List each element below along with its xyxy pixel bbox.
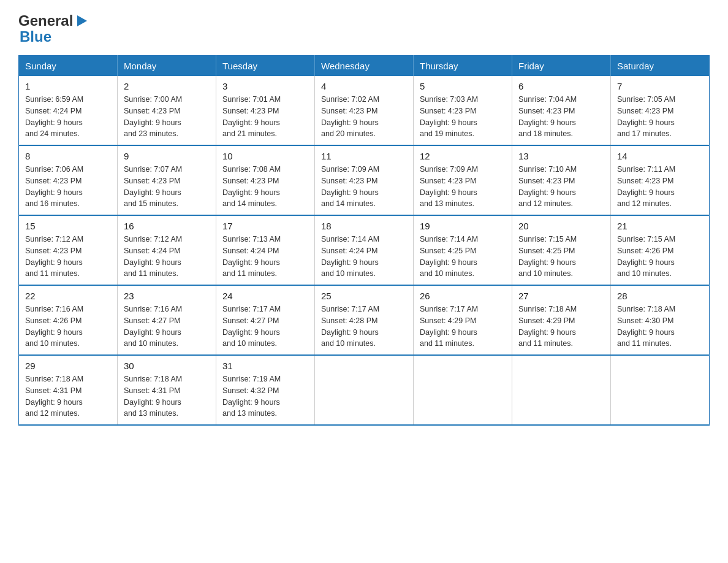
day-info: Sunrise: 7:10 AMSunset: 4:23 PMDaylight:… <box>518 164 604 210</box>
calendar-cell: 4 Sunrise: 7:02 AMSunset: 4:23 PMDayligh… <box>315 76 414 145</box>
day-info: Sunrise: 7:09 AMSunset: 4:23 PMDaylight:… <box>420 164 506 210</box>
calendar-body: 1 Sunrise: 6:59 AMSunset: 4:24 PMDayligh… <box>19 76 710 425</box>
calendar-cell: 27 Sunrise: 7:18 AMSunset: 4:29 PMDaylig… <box>512 285 611 355</box>
calendar-cell: 23 Sunrise: 7:16 AMSunset: 4:27 PMDaylig… <box>118 285 216 355</box>
day-info: Sunrise: 7:16 AMSunset: 4:27 PMDaylight:… <box>124 304 210 350</box>
day-number: 14 <box>617 151 703 161</box>
weekday-header-sunday: Sunday <box>19 56 118 77</box>
day-number: 15 <box>25 221 111 231</box>
calendar-cell: 24 Sunrise: 7:17 AMSunset: 4:27 PMDaylig… <box>216 285 315 355</box>
day-info: Sunrise: 7:19 AMSunset: 4:32 PMDaylight:… <box>222 373 308 419</box>
day-number: 13 <box>518 151 604 161</box>
day-number: 3 <box>222 81 308 91</box>
calendar-cell: 6 Sunrise: 7:04 AMSunset: 4:23 PMDayligh… <box>512 76 611 145</box>
day-info: Sunrise: 7:14 AMSunset: 4:24 PMDaylight:… <box>321 234 407 280</box>
calendar-cell: 18 Sunrise: 7:14 AMSunset: 4:24 PMDaylig… <box>315 215 414 285</box>
day-number: 5 <box>420 81 506 91</box>
day-info: Sunrise: 7:15 AMSunset: 4:25 PMDaylight:… <box>518 234 604 280</box>
day-info: Sunrise: 7:12 AMSunset: 4:24 PMDaylight:… <box>124 234 210 280</box>
day-info: Sunrise: 7:04 AMSunset: 4:23 PMDaylight:… <box>518 94 604 140</box>
day-number: 4 <box>321 81 407 91</box>
calendar-cell <box>611 355 710 425</box>
day-number: 22 <box>25 291 111 301</box>
day-number: 31 <box>222 361 308 371</box>
day-number: 27 <box>518 291 604 301</box>
day-info: Sunrise: 7:00 AMSunset: 4:23 PMDaylight:… <box>124 94 210 140</box>
calendar-cell: 1 Sunrise: 6:59 AMSunset: 4:24 PMDayligh… <box>19 76 118 145</box>
day-number: 20 <box>518 221 604 231</box>
day-info: Sunrise: 6:59 AMSunset: 4:24 PMDaylight:… <box>25 94 111 140</box>
logo: General Blue <box>18 12 89 45</box>
weekday-header-friday: Friday <box>512 56 611 77</box>
logo-blue-text: Blue <box>20 28 51 45</box>
svg-marker-0 <box>77 15 87 26</box>
day-info: Sunrise: 7:16 AMSunset: 4:26 PMDaylight:… <box>25 304 111 350</box>
day-number: 18 <box>321 221 407 231</box>
day-number: 6 <box>518 81 604 91</box>
day-info: Sunrise: 7:02 AMSunset: 4:23 PMDaylight:… <box>321 94 407 140</box>
calendar-week-row: 15 Sunrise: 7:12 AMSunset: 4:23 PMDaylig… <box>19 215 710 285</box>
calendar-cell: 7 Sunrise: 7:05 AMSunset: 4:23 PMDayligh… <box>611 76 710 145</box>
calendar-week-row: 8 Sunrise: 7:06 AMSunset: 4:23 PMDayligh… <box>19 145 710 215</box>
day-number: 8 <box>25 151 111 161</box>
logo-flag-icon <box>75 14 89 28</box>
day-info: Sunrise: 7:18 AMSunset: 4:30 PMDaylight:… <box>617 304 703 350</box>
day-number: 28 <box>617 291 703 301</box>
calendar-cell: 28 Sunrise: 7:18 AMSunset: 4:30 PMDaylig… <box>611 285 710 355</box>
calendar-cell: 3 Sunrise: 7:01 AMSunset: 4:23 PMDayligh… <box>216 76 315 145</box>
calendar-week-row: 22 Sunrise: 7:16 AMSunset: 4:26 PMDaylig… <box>19 285 710 355</box>
calendar-cell: 10 Sunrise: 7:08 AMSunset: 4:23 PMDaylig… <box>216 145 315 215</box>
day-number: 21 <box>617 221 703 231</box>
day-info: Sunrise: 7:17 AMSunset: 4:27 PMDaylight:… <box>222 304 308 350</box>
day-number: 1 <box>25 81 111 91</box>
calendar-cell: 19 Sunrise: 7:14 AMSunset: 4:25 PMDaylig… <box>414 215 512 285</box>
weekday-header-thursday: Thursday <box>414 56 512 77</box>
weekday-header-saturday: Saturday <box>611 56 710 77</box>
calendar-cell: 22 Sunrise: 7:16 AMSunset: 4:26 PMDaylig… <box>19 285 118 355</box>
calendar-cell: 15 Sunrise: 7:12 AMSunset: 4:23 PMDaylig… <box>19 215 118 285</box>
day-info: Sunrise: 7:09 AMSunset: 4:23 PMDaylight:… <box>321 164 407 210</box>
day-number: 9 <box>124 151 210 161</box>
calendar-cell: 16 Sunrise: 7:12 AMSunset: 4:24 PMDaylig… <box>118 215 216 285</box>
day-info: Sunrise: 7:06 AMSunset: 4:23 PMDaylight:… <box>25 164 111 210</box>
calendar-cell: 26 Sunrise: 7:17 AMSunset: 4:29 PMDaylig… <box>414 285 512 355</box>
calendar-cell: 11 Sunrise: 7:09 AMSunset: 4:23 PMDaylig… <box>315 145 414 215</box>
day-info: Sunrise: 7:17 AMSunset: 4:28 PMDaylight:… <box>321 304 407 350</box>
day-info: Sunrise: 7:01 AMSunset: 4:23 PMDaylight:… <box>222 94 308 140</box>
day-info: Sunrise: 7:11 AMSunset: 4:23 PMDaylight:… <box>617 164 703 210</box>
day-number: 30 <box>124 361 210 371</box>
weekday-header-wednesday: Wednesday <box>315 56 414 77</box>
calendar-cell: 13 Sunrise: 7:10 AMSunset: 4:23 PMDaylig… <box>512 145 611 215</box>
logo-general-text: General <box>18 12 73 29</box>
calendar-cell: 8 Sunrise: 7:06 AMSunset: 4:23 PMDayligh… <box>19 145 118 215</box>
calendar-cell: 17 Sunrise: 7:13 AMSunset: 4:24 PMDaylig… <box>216 215 315 285</box>
weekday-header-tuesday: Tuesday <box>216 56 315 77</box>
calendar-week-row: 29 Sunrise: 7:18 AMSunset: 4:31 PMDaylig… <box>19 355 710 425</box>
day-info: Sunrise: 7:03 AMSunset: 4:23 PMDaylight:… <box>420 94 506 140</box>
day-info: Sunrise: 7:18 AMSunset: 4:29 PMDaylight:… <box>518 304 604 350</box>
day-info: Sunrise: 7:18 AMSunset: 4:31 PMDaylight:… <box>124 373 210 419</box>
day-number: 17 <box>222 221 308 231</box>
weekday-header-row: SundayMondayTuesdayWednesdayThursdayFrid… <box>19 56 710 77</box>
calendar-cell: 2 Sunrise: 7:00 AMSunset: 4:23 PMDayligh… <box>118 76 216 145</box>
calendar-cell: 25 Sunrise: 7:17 AMSunset: 4:28 PMDaylig… <box>315 285 414 355</box>
day-number: 25 <box>321 291 407 301</box>
calendar-cell: 29 Sunrise: 7:18 AMSunset: 4:31 PMDaylig… <box>19 355 118 425</box>
day-number: 10 <box>222 151 308 161</box>
day-info: Sunrise: 7:14 AMSunset: 4:25 PMDaylight:… <box>420 234 506 280</box>
day-info: Sunrise: 7:05 AMSunset: 4:23 PMDaylight:… <box>617 94 703 140</box>
day-number: 29 <box>25 361 111 371</box>
page-header: General Blue <box>18 12 710 45</box>
day-info: Sunrise: 7:13 AMSunset: 4:24 PMDaylight:… <box>222 234 308 280</box>
calendar-cell <box>315 355 414 425</box>
calendar-cell <box>512 355 611 425</box>
day-info: Sunrise: 7:15 AMSunset: 4:26 PMDaylight:… <box>617 234 703 280</box>
calendar-cell: 14 Sunrise: 7:11 AMSunset: 4:23 PMDaylig… <box>611 145 710 215</box>
calendar-cell: 5 Sunrise: 7:03 AMSunset: 4:23 PMDayligh… <box>414 76 512 145</box>
day-number: 23 <box>124 291 210 301</box>
calendar-cell: 9 Sunrise: 7:07 AMSunset: 4:23 PMDayligh… <box>118 145 216 215</box>
day-number: 26 <box>420 291 506 301</box>
calendar-header: SundayMondayTuesdayWednesdayThursdayFrid… <box>19 56 710 77</box>
calendar-cell: 21 Sunrise: 7:15 AMSunset: 4:26 PMDaylig… <box>611 215 710 285</box>
day-number: 7 <box>617 81 703 91</box>
